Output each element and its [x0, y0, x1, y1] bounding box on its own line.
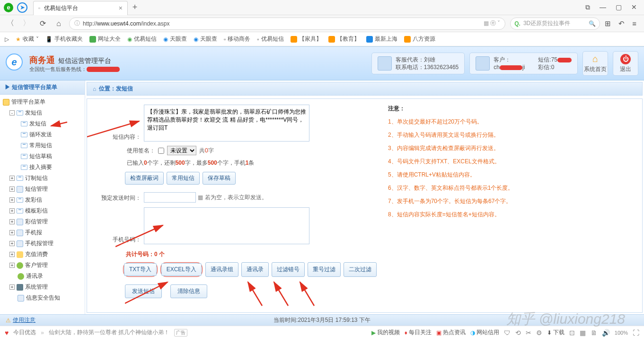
bookmark-item[interactable]: ◉天眼查 [194, 35, 217, 43]
filter-wrong-button[interactable]: 过滤错号 [272, 262, 305, 277]
usage-notice-link[interactable]: 使用注意 [13, 316, 35, 324]
maximize-icon[interactable]: ▢ [616, 3, 622, 11]
phone-numbers-textarea[interactable] [144, 207, 309, 244]
reload-button[interactable]: ⟳ [37, 19, 48, 28]
search-icon[interactable]: 🔍 [589, 20, 596, 27]
refresh-icon[interactable]: ⟲ [515, 329, 521, 337]
heart-icon[interactable]: ♥ [5, 329, 9, 337]
qr-icon[interactable]: ▦ ⓔ ˅ [484, 19, 501, 27]
tree-node[interactable]: 信息安全告知 [0, 293, 85, 303]
tool-icon[interactable]: ⚙ [536, 329, 542, 337]
check-blocked-button[interactable]: 检查屏蔽词 [125, 172, 164, 185]
collapse-icon[interactable]: - [9, 110, 15, 115]
excel-import-button[interactable]: EXCEL导入 [161, 263, 202, 276]
close-window-icon[interactable]: ✕ [631, 3, 637, 11]
expand-icon[interactable]: + [9, 263, 15, 268]
expand-icon[interactable]: + [9, 252, 15, 257]
calendar-icon[interactable]: ▦ [198, 194, 203, 201]
bookmark-item[interactable]: 网址大全 [89, 35, 121, 43]
pip-icon[interactable]: ⊡ [569, 329, 575, 337]
my-video-link[interactable]: ▶我的视频 [371, 328, 400, 337]
site-credit-link[interactable]: ◑网站信用 [470, 328, 499, 337]
shield-icon[interactable]: 🛡 [504, 329, 511, 337]
hot-news-link[interactable]: ▣热点资讯 [436, 328, 466, 337]
signature-select[interactable]: 未设置 [167, 146, 196, 155]
bookmark-item[interactable]: 【教育】 [328, 35, 360, 43]
expand-icon[interactable]: + [9, 208, 15, 213]
expand-icon[interactable]: + [9, 186, 15, 192]
save-draft-button[interactable]: 保存草稿 [203, 172, 236, 185]
contacts-button[interactable]: 通讯录 [241, 262, 269, 277]
expand-icon[interactable]: + [9, 219, 15, 224]
logout-button[interactable]: ⏻ 退出 [613, 51, 638, 76]
home-button[interactable]: ⌂ [53, 19, 64, 28]
forward-button[interactable]: 〉 [21, 18, 32, 28]
bookmark-toggle-icon[interactable]: ▷ [5, 36, 9, 43]
tree-node[interactable]: +系统管理 [0, 282, 85, 293]
expand-icon[interactable]: ⛶ [633, 329, 639, 337]
txt-import-button[interactable]: TXT导入 [124, 263, 157, 276]
bookmark-item[interactable]: 📱手机收藏夹 [45, 35, 83, 43]
back-button[interactable]: 〈 [5, 18, 16, 28]
daily-focus-link[interactable]: ♦每日关注 [405, 328, 432, 337]
bookmark-favorites[interactable]: ★收藏 ˅ [16, 35, 39, 43]
tree-leaf[interactable]: 循环发送 [0, 129, 85, 140]
clear-info-button[interactable]: 清除信息 [170, 284, 207, 298]
new-tab-button[interactable]: + [128, 2, 142, 12]
common-sms-button[interactable]: 常用短信 [167, 172, 200, 185]
tree-leaf-send-sms[interactable]: 发短信 [0, 118, 85, 129]
tree-node[interactable]: +订制短信 [0, 173, 85, 184]
tree-node[interactable]: +彩信管理 [0, 216, 85, 227]
tree-node[interactable]: +客户管理 [0, 260, 85, 271]
secondary-filter-button[interactable]: 二次过滤 [344, 262, 377, 277]
tree-node-send-sms[interactable]: -发短信 [0, 107, 85, 118]
search-input[interactable]: Q. 3D还原货拉拉事件 🔍 [510, 18, 600, 30]
extensions-icon[interactable]: ⊞ [605, 19, 611, 28]
note-icon[interactable]: 🗎 [591, 329, 597, 337]
browser-tab[interactable]: ▫ 优易短信平台 × [33, 1, 128, 15]
bookmark-item[interactable]: 最新上海 [366, 35, 397, 43]
schedule-time-input[interactable] [144, 192, 196, 203]
sound-icon[interactable]: 🔊 [602, 329, 610, 337]
tree-leaf[interactable]: 短信草稿 [0, 151, 85, 162]
tree-node[interactable]: +短信管理 [0, 184, 85, 195]
expand-icon[interactable]: + [9, 197, 15, 203]
bookmark-item[interactable]: ▫优易短信 [257, 35, 283, 43]
minimize-icon[interactable]: — [600, 3, 606, 11]
system-home-button[interactable]: ⌂ 系统首页 [582, 51, 608, 76]
window-menu-icon[interactable]: ⧉ [585, 3, 590, 11]
bookmark-item[interactable]: ◉天眼查 [163, 35, 187, 43]
expand-icon[interactable]: + [9, 241, 15, 246]
download-link[interactable]: ⬇下载 [547, 328, 565, 337]
filter-duplicate-button[interactable]: 重号过滤 [308, 262, 341, 277]
tree-root[interactable]: 管理平台菜单 [0, 97, 85, 107]
cut-icon[interactable]: ✂ [526, 329, 531, 337]
tree-node[interactable]: +手机报管理 [0, 238, 85, 249]
compass-icon[interactable]: ➤ [17, 2, 27, 13]
bookmark-item[interactable]: ◉优易短信 [127, 35, 157, 43]
zoom-label[interactable]: 100% [615, 330, 628, 336]
bookmark-item[interactable]: 八方资源 [404, 35, 435, 43]
tree-node[interactable]: +手机报 [0, 227, 85, 238]
tree-leaf[interactable]: 常用短信 [0, 140, 85, 151]
expand-icon[interactable]: + [9, 176, 15, 181]
grid-icon[interactable]: ▦ [580, 329, 586, 337]
tree-node[interactable]: +发彩信 [0, 195, 85, 205]
url-input[interactable]: ⓘ http://www.ueswt4.com/index.aspx ▦ ⓔ ˅ [69, 18, 505, 30]
tree-leaf[interactable]: 接入摘要 [0, 162, 85, 173]
bookmark-item[interactable]: 【家具】 [291, 35, 322, 43]
signature-checkbox[interactable] [158, 148, 164, 154]
history-icon[interactable]: ↶ [618, 19, 625, 28]
expand-icon[interactable]: + [9, 230, 15, 235]
expand-icon[interactable]: + [9, 284, 15, 290]
send-sms-button[interactable]: 发送短信 [125, 284, 162, 298]
sms-content-textarea[interactable] [144, 105, 309, 142]
close-tab-icon[interactable]: × [119, 4, 123, 12]
today-picks[interactable]: 今日优选 [13, 328, 36, 337]
ad-text[interactable]: 仙剑大陆，静待第一位尊者 抓几个神仙做小弟！ [49, 328, 169, 337]
contact-group-button[interactable]: 通讯录组 [205, 262, 238, 277]
tree-node[interactable]: +模板彩信 [0, 205, 85, 216]
menu-icon[interactable]: ≡ [632, 19, 636, 28]
tree-node[interactable]: 通讯录 [0, 271, 85, 282]
tree-node[interactable]: +充值消费 [0, 249, 85, 260]
